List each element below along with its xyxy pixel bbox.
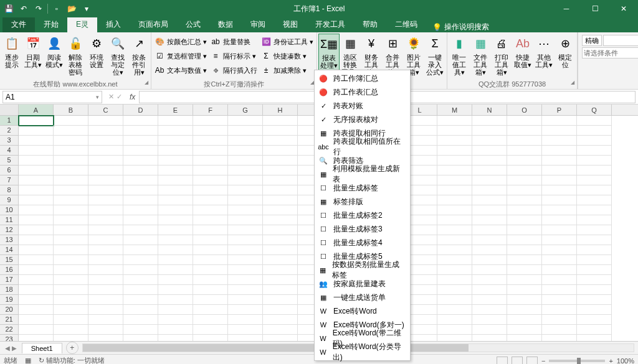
row-header[interactable]: 23	[0, 335, 19, 341]
btn-color-sum[interactable]: 🎨按颜色汇总 ▾	[155, 35, 207, 49]
row-header[interactable]: 18	[0, 285, 19, 295]
cell[interactable]	[88, 285, 123, 295]
search-category[interactable]: 精确	[582, 35, 602, 46]
cell[interactable]	[54, 195, 88, 205]
cell[interactable]	[158, 285, 193, 295]
cell[interactable]	[54, 325, 88, 335]
cell[interactable]	[507, 315, 542, 325]
cell[interactable]	[88, 275, 123, 285]
btn-quick-sum[interactable]: Σ快捷凑数 ▾	[261, 49, 313, 63]
dropdown-item[interactable]: WExcel转Word	[315, 304, 410, 318]
cell[interactable]	[193, 136, 228, 146]
cell[interactable]	[437, 215, 472, 225]
cell[interactable]	[19, 185, 54, 195]
row-header[interactable]: 7	[0, 175, 19, 185]
cell[interactable]	[193, 265, 228, 275]
cell[interactable]	[228, 255, 263, 265]
cell[interactable]	[54, 275, 88, 285]
cell[interactable]	[123, 126, 158, 136]
cell[interactable]	[437, 156, 472, 166]
row-header[interactable]: 22	[0, 325, 19, 335]
cell[interactable]	[19, 265, 54, 275]
cell[interactable]	[542, 126, 577, 136]
cell[interactable]	[542, 325, 577, 335]
cell[interactable]	[193, 225, 228, 235]
cell[interactable]	[542, 315, 577, 325]
tab-layout[interactable]: 页面布局	[130, 17, 177, 32]
cell[interactable]	[542, 175, 577, 185]
cell[interactable]	[158, 126, 193, 136]
cell[interactable]	[472, 166, 507, 175]
cell[interactable]	[54, 185, 88, 195]
cell[interactable]	[507, 175, 542, 185]
cell[interactable]	[507, 116, 542, 126]
cell[interactable]	[437, 185, 472, 195]
cell[interactable]	[437, 225, 472, 235]
btn-batch-replace[interactable]: ab批量替换	[211, 35, 257, 49]
row-header[interactable]: 6	[0, 166, 19, 175]
tab-qrcode[interactable]: 二维码	[386, 17, 426, 32]
row-header[interactable]: 9	[0, 195, 19, 205]
cell[interactable]	[19, 175, 54, 185]
cell[interactable]	[88, 175, 123, 185]
cell[interactable]	[19, 325, 54, 335]
column-header[interactable]: Q	[577, 105, 612, 115]
cell[interactable]	[228, 136, 263, 146]
cell[interactable]	[472, 335, 507, 341]
row-header[interactable]: 20	[0, 305, 19, 315]
cell[interactable]	[19, 245, 54, 255]
cell[interactable]	[123, 285, 158, 295]
dropdown-item[interactable]: ☐批量生成标签2	[315, 208, 410, 222]
cell[interactable]	[542, 225, 577, 235]
cell[interactable]	[263, 116, 298, 126]
cell[interactable]	[228, 185, 263, 195]
cell[interactable]	[542, 305, 577, 315]
cell[interactable]	[54, 136, 88, 146]
cell[interactable]	[158, 225, 193, 235]
cell[interactable]	[19, 275, 54, 285]
btn-cond-ref[interactable]: ↗按条件引用▾	[128, 34, 150, 77]
cell[interactable]	[507, 275, 542, 285]
cell[interactable]	[472, 305, 507, 315]
tab-home[interactable]: 开始	[35, 17, 67, 32]
cell[interactable]	[263, 136, 298, 146]
cell[interactable]	[472, 245, 507, 255]
cell[interactable]	[88, 116, 123, 126]
cell[interactable]	[507, 225, 542, 235]
cell[interactable]	[263, 295, 298, 305]
new-icon[interactable]: ▫	[50, 2, 63, 15]
search-input[interactable]	[603, 35, 638, 46]
cell[interactable]	[263, 285, 298, 295]
cell[interactable]	[577, 185, 612, 195]
cancel-icon[interactable]: ✕	[108, 93, 114, 101]
launcher-icon[interactable]: ◢	[571, 80, 574, 85]
cell[interactable]	[193, 315, 228, 325]
cell[interactable]	[193, 245, 228, 255]
tab-file[interactable]: 文件	[2, 17, 35, 32]
cell[interactable]	[437, 235, 472, 245]
column-header[interactable]: D	[123, 105, 158, 115]
cell[interactable]	[158, 325, 193, 335]
cell[interactable]	[472, 215, 507, 225]
cell[interactable]	[19, 285, 54, 295]
cell[interactable]	[542, 255, 577, 265]
cell[interactable]	[88, 215, 123, 225]
cell[interactable]	[507, 235, 542, 245]
cell[interactable]	[54, 116, 88, 126]
cell[interactable]	[158, 166, 193, 175]
dropdown-item[interactable]: ☐批量生成标签4	[315, 236, 410, 250]
cell[interactable]	[88, 255, 123, 265]
cell[interactable]	[123, 325, 158, 335]
cell[interactable]	[193, 295, 228, 305]
search-condition[interactable]: 请选择条件	[582, 47, 638, 58]
cell[interactable]	[263, 215, 298, 225]
cell[interactable]	[158, 305, 193, 315]
cell[interactable]	[88, 225, 123, 235]
cell[interactable]	[263, 245, 298, 255]
cell[interactable]	[123, 205, 158, 215]
cell[interactable]	[542, 116, 577, 126]
dropdown-item[interactable]: WExcel转Word(分类导出)	[315, 345, 410, 359]
cell[interactable]	[542, 205, 577, 215]
cell[interactable]	[472, 126, 507, 136]
cell[interactable]	[263, 335, 298, 341]
